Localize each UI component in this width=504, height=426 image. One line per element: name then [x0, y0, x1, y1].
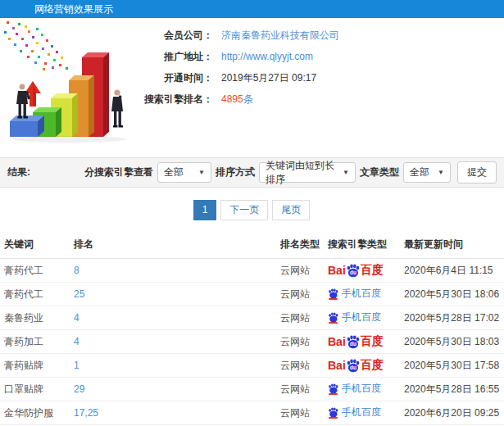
chevron-down-icon: ▼	[438, 169, 444, 176]
keyword-cell: 膏药加工	[0, 330, 70, 354]
rank-type-cell: 云网站	[276, 259, 324, 283]
company-name-link[interactable]: 济南秦鲁药业科技有限公司	[221, 29, 339, 41]
table-row: 口罩贴牌 29 云网站 手机百度 2020年5月28日 16:55	[0, 378, 504, 401]
engine-cell: Baidu百度	[324, 354, 400, 378]
baidu-logo-text: Bai	[328, 335, 346, 348]
info-section: 会员公司： 济南秦鲁药业科技有限公司 推广地址： http://www.qlyy…	[0, 18, 504, 157]
keyword-cell: 口罩贴牌	[0, 378, 70, 401]
svg-text:du: du	[350, 270, 356, 275]
keyword-cell: 膏药代工	[0, 259, 70, 283]
rank-link[interactable]: 8	[74, 265, 79, 276]
header-rank-type: 排名类型	[276, 230, 324, 259]
mobile-baidu-label: 手机百度	[342, 287, 381, 301]
next-page-button[interactable]: 下一页	[220, 200, 268, 220]
keyword-cell: 秦鲁药业	[0, 306, 70, 330]
header-rank: 排名	[70, 230, 276, 259]
engine-filter-select[interactable]: 全部 ▼	[157, 162, 211, 183]
filter-controls: 分搜索引擎查看 全部 ▼ 排序方式 关键词由短到长排序 ▼ 文章类型 全部 ▼ …	[80, 161, 497, 184]
mobile-baidu-label: 手机百度	[342, 382, 381, 396]
updated-cell: 2020年5月30日 18:03	[400, 330, 504, 354]
engine-cell: 手机百度	[324, 401, 400, 425]
article-type-filter-label: 文章类型	[360, 165, 399, 179]
engine-cell: 手机百度	[324, 306, 400, 330]
updated-cell: 2020年5月28日 16:55	[400, 378, 504, 401]
rank-link[interactable]: 4	[74, 336, 79, 347]
baidu-logo-cn: 百度	[361, 334, 384, 349]
article-type-filter-value: 全部	[410, 165, 429, 179]
rank-count-value: 4895	[221, 93, 243, 105]
mobile-baidu-underline	[329, 393, 338, 395]
confetti-decoration	[4, 21, 68, 70]
updated-cell: 2020年6月4日 11:15	[400, 259, 504, 283]
svg-text:du: du	[350, 365, 356, 370]
promo-url-link[interactable]: http://www.qlyyjt.com	[221, 51, 313, 62]
baidu-paw-icon: du	[346, 264, 360, 278]
article-type-filter-select[interactable]: 全部 ▼	[403, 162, 451, 183]
updated-cell: 2020年6月20日 09:25	[400, 401, 504, 425]
mobile-baidu-logo: 手机百度	[328, 406, 381, 419]
rank-count-label: 搜索引擎排名：	[138, 92, 213, 106]
baidu-paw-icon: du	[346, 335, 360, 349]
engine-cell: 手机百度	[324, 283, 400, 306]
mobile-baidu-label: 手机百度	[342, 406, 381, 419]
result-label: 结果:	[7, 165, 30, 179]
bar-chart-clipart-image	[0, 20, 139, 144]
promo-url-label: 推广地址：	[138, 49, 213, 64]
table-row: 金华防护服 17,25 云网站 手机百度 2020年6月20日 09:25	[0, 401, 504, 425]
baidu-logo-text: Bai	[328, 264, 346, 277]
keyword-cell: 膏药代工	[0, 283, 70, 306]
info-row-opened: 开通时间： 2019年5月27日 09:17	[138, 70, 339, 85]
table-body: 膏药代工 8 云网站 Baidu百度 2020年6月4日 11:15 膏药代工 …	[0, 259, 504, 426]
info-row-company: 会员公司： 济南秦鲁药业科技有限公司	[138, 28, 339, 43]
table-row: 秦鲁药业 4 云网站 手机百度 2020年5月28日 17:02	[0, 306, 504, 330]
rank-type-cell: 云网站	[276, 283, 324, 306]
rank-link[interactable]: 17,25	[74, 407, 98, 419]
sort-filter-select[interactable]: 关键词由短到长排序 ▼	[259, 162, 356, 183]
baidu-logo: Baidu百度	[328, 334, 384, 349]
chevron-down-icon: ▼	[343, 169, 349, 176]
rank-count-unit: 条	[243, 93, 253, 105]
filter-bar: 结果: 分搜索引擎查看 全部 ▼ 排序方式 关键词由短到长排序 ▼ 文章类型 全…	[0, 157, 504, 188]
chevron-down-icon: ▼	[198, 169, 205, 176]
open-time-label: 开通时间：	[138, 70, 213, 85]
baidu-logo-cn: 百度	[361, 263, 384, 278]
keyword-cell: 膏药贴牌	[0, 354, 70, 378]
bar-blue	[10, 116, 44, 137]
rank-link[interactable]: 1	[74, 360, 79, 371]
header-updated: 最新更新时间	[400, 230, 504, 259]
rank-link[interactable]: 4	[74, 312, 79, 324]
mobile-baidu-underline	[329, 298, 338, 300]
mobile-baidu-logo: 手机百度	[328, 287, 381, 301]
open-time-value: 2019年5月27日 09:17	[221, 70, 316, 85]
updated-cell: 2020年5月28日 17:02	[400, 306, 504, 330]
engine-cell: 手机百度	[324, 378, 400, 401]
engine-cell: Baidu百度	[324, 259, 400, 283]
mobile-baidu-label: 手机百度	[342, 310, 381, 324]
baidu-logo: Baidu百度	[328, 263, 384, 278]
rank-type-cell: 云网站	[276, 354, 324, 378]
header-engine-type: 搜索引擎类型	[324, 230, 400, 259]
table-row: 膏药代工 25 云网站 手机百度 2020年5月30日 18:06	[0, 283, 504, 306]
updated-cell: 2020年5月30日 18:06	[400, 283, 504, 306]
rank-type-cell: 云网站	[276, 330, 324, 354]
svg-text:du: du	[350, 341, 356, 347]
title-bar: 网络营销效果展示	[0, 0, 504, 18]
rank-link[interactable]: 29	[74, 383, 84, 395]
last-page-button[interactable]: 尾页	[272, 200, 310, 220]
rank-type-cell: 云网站	[276, 401, 324, 425]
thinking-figure	[111, 89, 123, 127]
keyword-cell: 金华防护服	[0, 401, 70, 425]
table-header-row: 关键词 排名 排名类型 搜索引擎类型 最新更新时间	[0, 230, 504, 259]
baidu-logo-cn: 百度	[361, 358, 384, 373]
sort-filter-value: 关键词由短到长排序	[266, 159, 338, 187]
rank-type-cell: 云网站	[276, 378, 324, 401]
page: 网络营销效果展示	[0, 0, 504, 426]
mobile-baidu-underline	[329, 322, 338, 324]
rank-type-cell: 云网站	[276, 306, 324, 330]
submit-button[interactable]: 提交	[457, 161, 497, 184]
page-button-current[interactable]: 1	[193, 200, 217, 220]
sort-filter-label: 排序方式	[216, 165, 255, 179]
bar-chart-clipart	[0, 20, 139, 144]
rank-link[interactable]: 25	[74, 288, 84, 300]
pagination: 1 下一页 尾页	[0, 200, 504, 220]
